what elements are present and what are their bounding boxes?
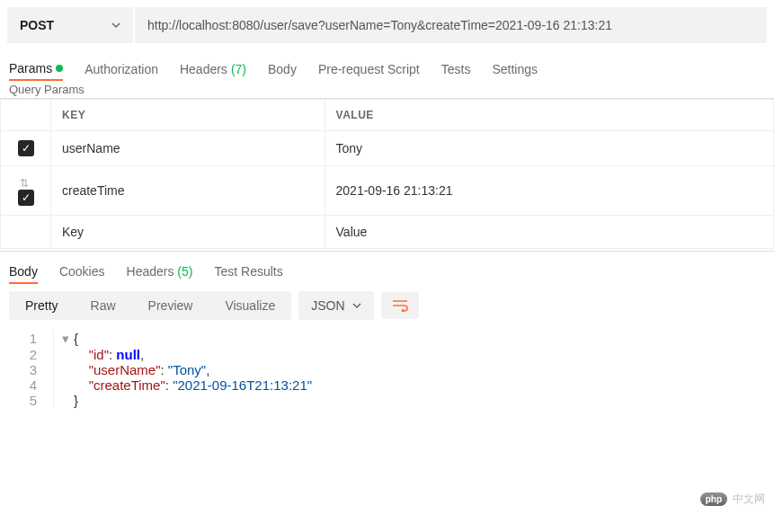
resp-tab-cookies[interactable]: Cookies — [59, 261, 105, 284]
chevron-down-icon — [352, 301, 361, 310]
view-mode-group: Pretty Raw Preview Visualize — [9, 291, 291, 320]
check-icon: ✓ — [22, 191, 31, 204]
request-tabs: Params Authorization Headers (7) Body Pr… — [0, 50, 774, 81]
param-key-placeholder[interactable]: Key — [51, 216, 325, 249]
param-key-cell[interactable]: userName — [51, 131, 325, 166]
row-checkbox[interactable]: ✓ — [18, 190, 34, 206]
tab-params[interactable]: Params — [9, 58, 63, 81]
param-value-cell[interactable]: Tony — [325, 131, 773, 166]
col-value-header: VALUE — [325, 100, 773, 131]
wrap-icon — [392, 299, 408, 312]
code-line: 2 "id": null, — [0, 347, 774, 362]
response-view-bar: Pretty Raw Preview Visualize JSON — [0, 284, 774, 327]
watermark: php 中文网 — [700, 492, 765, 507]
response-tabs: Body Cookies Headers (5) Test Results — [0, 251, 774, 284]
chevron-down-icon — [111, 21, 120, 30]
view-visualize-button[interactable]: Visualize — [209, 291, 291, 320]
query-params-table: KEY VALUE ✓ userName Tony ⇅ ✓ createTime… — [0, 99, 774, 249]
watermark-badge: php — [700, 492, 727, 506]
tab-body[interactable]: Body — [268, 58, 297, 80]
table-row: ⇅ ✓ createTime 2021-09-16 21:13:21 — [1, 166, 774, 216]
tab-settings[interactable]: Settings — [492, 58, 538, 80]
http-method-label: POST — [20, 18, 54, 32]
param-value-placeholder[interactable]: Value — [325, 216, 773, 249]
query-params-label: Query Params — [0, 81, 774, 99]
table-row: ✓ userName Tony — [1, 131, 774, 166]
col-checkbox — [1, 100, 51, 131]
row-checkbox[interactable]: ✓ — [18, 140, 34, 156]
tab-headers[interactable]: Headers (7) — [180, 58, 246, 80]
watermark-text: 中文网 — [733, 492, 765, 507]
table-row-new: Key Value — [1, 216, 774, 249]
view-preview-button[interactable]: Preview — [132, 291, 209, 320]
http-method-select[interactable]: POST — [7, 7, 133, 43]
drag-handle-icon[interactable]: ⇅ — [20, 177, 32, 190]
wrap-lines-button[interactable] — [381, 292, 419, 319]
view-pretty-button[interactable]: Pretty — [9, 291, 75, 320]
response-body[interactable]: 1▾{2 "id": null,3 "userName": "Tony",4 "… — [0, 327, 774, 417]
code-line: 5} — [0, 393, 774, 408]
code-line: 1▾{ — [0, 331, 774, 347]
code-line: 4 "createTime": "2021-09-16T21:13:21" — [0, 377, 774, 393]
resp-tab-headers[interactable]: Headers (5) — [127, 261, 193, 284]
check-icon: ✓ — [22, 142, 31, 155]
view-raw-button[interactable]: Raw — [75, 291, 132, 320]
language-select[interactable]: JSON — [298, 291, 373, 320]
resp-tab-test-results[interactable]: Test Results — [214, 261, 282, 284]
status-dot-icon — [56, 65, 63, 72]
tab-authorization[interactable]: Authorization — [85, 58, 158, 80]
tab-tests[interactable]: Tests — [441, 58, 471, 80]
tab-prerequest[interactable]: Pre-request Script — [318, 58, 420, 80]
url-input[interactable] — [135, 7, 767, 43]
param-value-cell[interactable]: 2021-09-16 21:13:21 — [325, 166, 773, 216]
code-line: 3 "userName": "Tony", — [0, 362, 774, 377]
param-key-cell[interactable]: createTime — [51, 166, 325, 216]
col-key-header: KEY — [51, 100, 325, 131]
resp-tab-body[interactable]: Body — [9, 261, 38, 284]
